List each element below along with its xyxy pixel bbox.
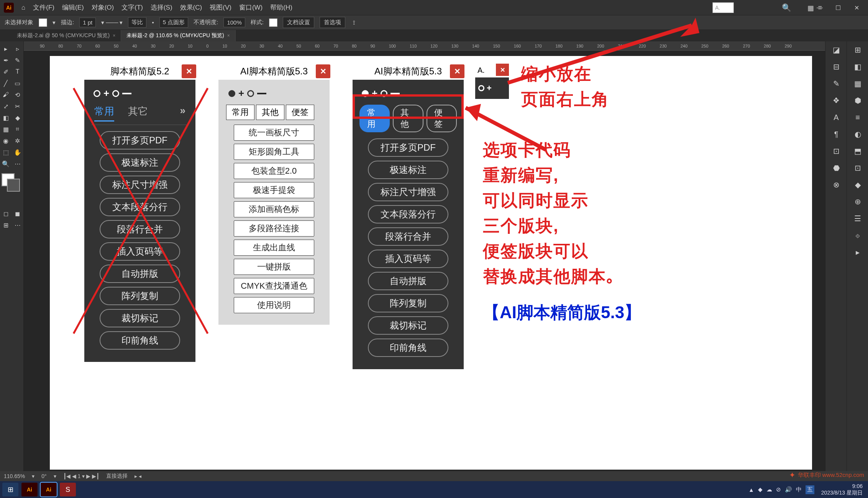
tray-icon[interactable]: ▲ — [748, 486, 754, 493]
stroke-icon[interactable] — [847, 159, 868, 176]
type-tool-icon[interactable] — [12, 66, 24, 77]
script-button[interactable]: 生成出血线 — [234, 240, 314, 256]
tray-icon[interactable]: ☁ — [766, 486, 772, 493]
libraries-icon[interactable] — [847, 75, 868, 92]
selection-tool-icon[interactable] — [0, 43, 12, 54]
tab-common[interactable]: 常用 — [94, 105, 114, 122]
script-button[interactable]: 文本段落分行 — [100, 198, 180, 216]
window-close[interactable]: ✕ — [847, 2, 866, 13]
graphic-styles-icon[interactable] — [847, 109, 868, 126]
paragraph-icon[interactable] — [825, 126, 847, 143]
stroke-weight[interactable]: 1 pt — [79, 18, 96, 27]
more-tools-icon[interactable] — [12, 158, 24, 169]
rotate-tool-icon[interactable] — [12, 89, 24, 100]
panel53l-close-button[interactable]: ✕ — [316, 64, 330, 78]
rectangle-tool-icon[interactable] — [12, 77, 24, 89]
symbols-icon[interactable] — [825, 92, 847, 109]
line-tool-icon[interactable] — [0, 77, 12, 89]
tab-common[interactable]: 常用 — [226, 105, 254, 120]
script-button[interactable]: CMYK查找潘通色 — [234, 278, 314, 294]
properties-icon[interactable] — [847, 41, 868, 58]
menu-window[interactable]: 窗口(W) — [239, 3, 263, 12]
script-button[interactable]: 极速手提袋 — [234, 182, 314, 198]
script-button[interactable]: 多段路径连接 — [234, 220, 314, 237]
mini-close-button[interactable]: ✕ — [496, 64, 509, 76]
color-swatches[interactable] — [0, 172, 23, 201]
color-icon[interactable] — [847, 126, 868, 143]
links-icon[interactable] — [825, 176, 847, 193]
window-maximize[interactable]: ☐ — [829, 2, 847, 13]
menu-select[interactable]: 选择(S) — [151, 3, 172, 12]
script-button[interactable]: 裁切标记 — [100, 309, 180, 327]
radio-icon[interactable] — [112, 90, 119, 97]
taskbar-app-3[interactable]: S — [60, 483, 76, 496]
document-setup-button[interactable]: 文档设置 — [283, 17, 314, 28]
menu-edit[interactable]: 编辑(E) — [62, 3, 84, 12]
script-button[interactable]: 印前角线 — [100, 331, 180, 350]
style-swatch[interactable] — [269, 18, 277, 27]
tab-doc-1[interactable]: 未标题-2.ai @ 50 % (CMYK/CPU 预览)× — [11, 30, 121, 41]
screen-mode-icon[interactable] — [0, 219, 12, 231]
menu-type[interactable]: 文字(T) — [121, 3, 143, 12]
taskbar-illustrator-1[interactable]: Ai — [21, 483, 38, 496]
script-button[interactable]: 极速标注 — [100, 153, 180, 172]
script-button[interactable]: 文本段落分行 — [368, 205, 448, 224]
menu-effect[interactable]: 效果(C) — [180, 3, 202, 12]
align-icon[interactable] — [353, 19, 355, 26]
taskbar-clock[interactable]: 9:062023/8/13 星期日 — [818, 483, 866, 496]
tray-icon[interactable]: ◆ — [758, 486, 763, 493]
pathfinder-icon[interactable] — [847, 227, 868, 244]
panel53d-close-button[interactable]: ✕ — [450, 64, 464, 78]
script-button[interactable]: 阵列复制 — [100, 287, 180, 305]
ime-icon[interactable]: 中 — [796, 486, 802, 493]
perspective-tool-icon[interactable] — [0, 123, 12, 135]
artboard-tool-icon[interactable] — [0, 146, 12, 158]
menu-file[interactable]: 文件(F) — [33, 3, 54, 12]
script-button[interactable]: 统一画板尺寸 — [234, 125, 314, 141]
fill-swatch[interactable] — [39, 18, 47, 27]
script-button[interactable]: 添加画稿色标 — [234, 201, 314, 217]
tab-other[interactable]: 其他 — [256, 105, 284, 120]
appearance-icon[interactable] — [847, 92, 868, 109]
scissors-tool-icon[interactable] — [12, 100, 24, 112]
menu-help[interactable]: 帮助(H) — [270, 3, 292, 12]
script-button[interactable]: 打开多页PDF — [368, 138, 448, 157]
brush-tool-icon[interactable] — [0, 89, 12, 100]
script-button[interactable]: 印前角线 — [368, 339, 448, 357]
brush-preset[interactable]: 5 点圆形 — [159, 17, 189, 28]
zoom-level[interactable]: 110.65% — [4, 473, 25, 479]
artboard-nav[interactable]: ┃◀ ◀ 1 ▾ ▶ ▶┃ — [63, 473, 99, 479]
radio-icon[interactable] — [247, 90, 254, 97]
script-button[interactable]: 插入页码等 — [100, 242, 180, 261]
actions-icon[interactable] — [847, 244, 868, 261]
draw-mode-icon[interactable] — [12, 208, 24, 219]
script-button[interactable]: 自动拼版 — [368, 272, 448, 290]
radio-on-icon[interactable] — [228, 90, 235, 97]
layers-icon[interactable] — [847, 58, 868, 75]
opacity-value[interactable]: 100% — [223, 18, 245, 27]
top-search-input[interactable] — [712, 2, 734, 13]
free-transform-tool-icon[interactable] — [12, 112, 24, 123]
pen-tool-icon[interactable] — [0, 54, 12, 66]
script-button[interactable]: 段落行合并 — [368, 227, 448, 246]
rotate-angle[interactable]: 0° — [41, 473, 46, 479]
align-panel-icon[interactable] — [847, 210, 868, 227]
script-button[interactable]: 插入页码等 — [368, 250, 448, 268]
mesh-tool-icon[interactable] — [12, 123, 24, 135]
tray-icon[interactable]: 🔊 — [785, 486, 792, 493]
shape-builder-tool-icon[interactable] — [0, 112, 12, 123]
script-button[interactable]: 包装盒型2.0 — [234, 163, 314, 179]
fill-mode-icon[interactable] — [0, 208, 12, 219]
radio-icon[interactable] — [478, 85, 484, 91]
script-button[interactable]: 矩形圆角工具 — [234, 144, 314, 160]
tray-icon[interactable]: ⊘ — [776, 486, 781, 493]
scale-uniform[interactable]: 等比 — [128, 17, 146, 28]
tab-notes[interactable]: 便签 — [286, 105, 314, 120]
script-button[interactable]: 极速标注 — [368, 161, 448, 179]
taskbar-illustrator-2[interactable]: Ai — [41, 483, 57, 496]
home-icon[interactable] — [21, 4, 25, 12]
script-button[interactable]: 打开多页PDF — [100, 131, 180, 150]
artboards-icon[interactable] — [825, 159, 847, 176]
menu-object[interactable]: 对象(O) — [92, 3, 114, 12]
edit-toolbar-icon[interactable] — [12, 219, 24, 231]
